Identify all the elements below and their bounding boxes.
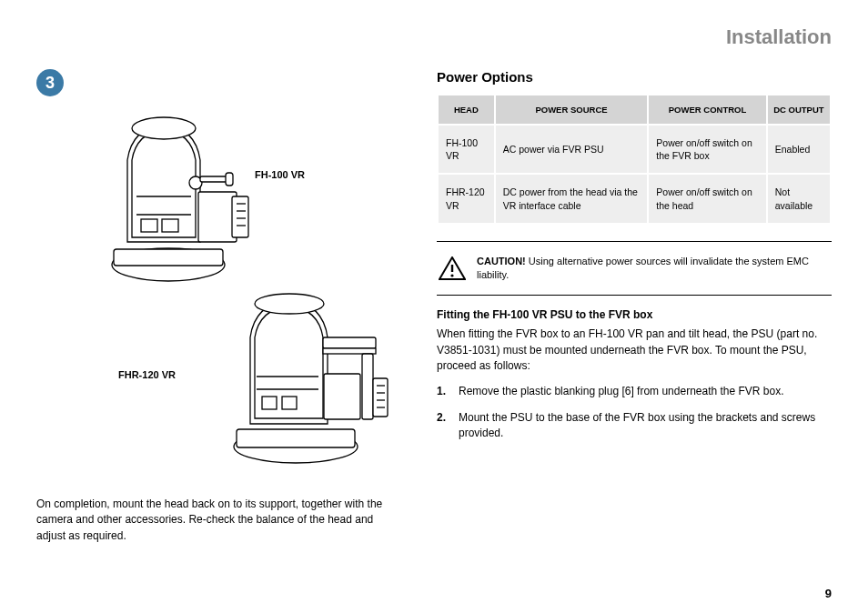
sub-heading-fitting-psu: Fitting the FH-100 VR PSU to the FVR box xyxy=(437,308,832,321)
caution-label: CAUTION! xyxy=(477,256,526,266)
caution-text: CAUTION! Using alternative power sources… xyxy=(477,255,830,283)
th-power-source: POWER SOURCE xyxy=(495,95,649,125)
table-cell: DC power from the head via the VR interf… xyxy=(495,174,649,223)
svg-rect-4 xyxy=(232,196,248,237)
svg-rect-20 xyxy=(323,348,376,354)
list-item: Mount the PSU to the base of the FVR box… xyxy=(437,410,832,442)
svg-rect-19 xyxy=(323,337,376,348)
table-cell: Not available xyxy=(767,174,831,223)
svg-point-34 xyxy=(450,274,453,276)
right-column: Power Options HEAD POWER SOURCE POWER CO… xyxy=(437,69,832,544)
svg-rect-22 xyxy=(324,374,360,419)
svg-point-2 xyxy=(132,117,196,139)
svg-rect-10 xyxy=(200,176,227,182)
diagram-label-fh100: FH-100 VR xyxy=(255,169,305,180)
divider xyxy=(437,295,832,296)
completion-note: On completion, mount the head back on to… xyxy=(36,497,400,544)
svg-rect-14 xyxy=(141,219,157,232)
table-cell: FHR-120 VR xyxy=(438,174,495,223)
step-badge: 3 xyxy=(36,69,64,96)
svg-rect-3 xyxy=(198,192,237,242)
warning-icon xyxy=(439,256,466,280)
power-options-table: HEAD POWER SOURCE POWER CONTROL DC OUTPU… xyxy=(437,94,832,225)
diagram-area: FH-100 VR xyxy=(36,106,400,487)
th-head: HEAD xyxy=(438,95,495,125)
th-power-control: POWER CONTROL xyxy=(648,95,766,125)
svg-rect-23 xyxy=(373,378,388,417)
section-heading-power-options: Power Options xyxy=(437,69,832,85)
caution-block: CAUTION! Using alternative power sources… xyxy=(437,255,832,283)
svg-rect-11 xyxy=(226,173,233,186)
svg-rect-29 xyxy=(282,397,297,409)
body-text: When fitting the FVR box to an FH-100 VR… xyxy=(437,327,832,374)
caution-body: Using alternative power sources will inv… xyxy=(477,256,809,280)
device-illustration-fh100 xyxy=(91,106,264,296)
table-cell: Enabled xyxy=(767,125,831,174)
svg-rect-15 xyxy=(162,219,178,232)
table-cell: Power on/off switch on the FVR box xyxy=(648,125,766,174)
svg-rect-17 xyxy=(237,429,355,447)
svg-rect-1 xyxy=(114,249,223,266)
table-cell: FH-100 VR xyxy=(438,125,495,174)
table-cell: Power on/off switch on the head xyxy=(648,174,766,223)
svg-rect-28 xyxy=(262,397,277,409)
page-title: Installation xyxy=(36,25,832,49)
device-illustration-fhr120 xyxy=(209,287,400,478)
svg-rect-21 xyxy=(362,354,373,419)
diagram-label-fhr120: FHR-120 VR xyxy=(118,369,176,380)
steps-list: Remove the plastic blanking plug [6] fro… xyxy=(437,384,832,442)
table-header-row: HEAD POWER SOURCE POWER CONTROL DC OUTPU… xyxy=(438,95,831,125)
page-number: 9 xyxy=(825,587,832,600)
table-cell: AC power via FVR PSU xyxy=(495,125,649,174)
list-item: Remove the plastic blanking plug [6] fro… xyxy=(437,384,832,399)
left-column: 3 xyxy=(36,69,400,544)
table-row: FH-100 VR AC power via FVR PSU Power on/… xyxy=(438,125,831,174)
th-dc-output: DC OUTPUT xyxy=(767,95,831,125)
table-row: FHR-120 VR DC power from the head via th… xyxy=(438,174,831,223)
content-columns: 3 xyxy=(36,69,832,544)
divider xyxy=(437,241,832,242)
svg-point-18 xyxy=(255,294,324,314)
